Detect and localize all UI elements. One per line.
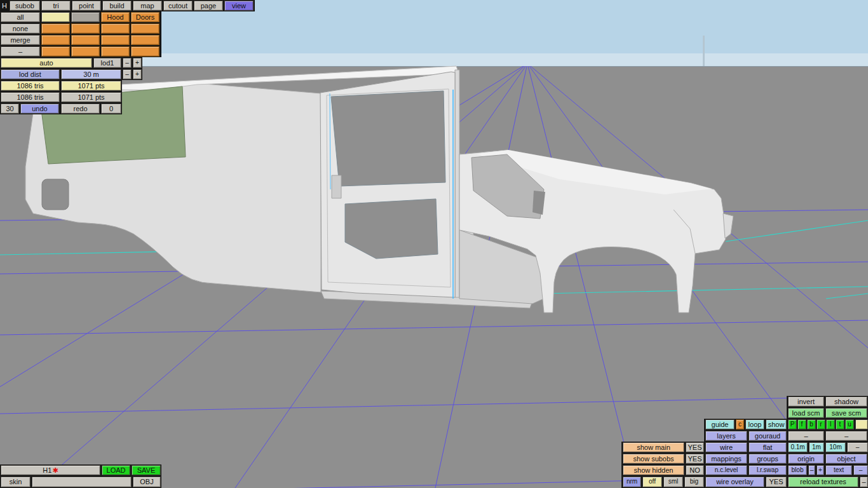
group-cell[interactable] [131,35,159,45]
menu-item-view[interactable]: view [224,1,254,11]
group-cell[interactable] [41,24,70,34]
blob-button[interactable]: blob [788,465,807,475]
nrm-off-button[interactable]: off [642,477,662,487]
grid-1m-button[interactable]: 1m [809,442,824,452]
load-button[interactable]: LOAD [102,465,130,475]
nc-level-button[interactable]: n.c.level [705,465,747,475]
gouraud-button[interactable]: gouraud [749,431,787,441]
skin-name-field[interactable] [32,477,132,487]
grid-off-button[interactable]: – [847,442,868,452]
text-minus-button[interactable]: – [853,465,868,475]
nrm-big-button[interactable]: big [684,477,704,487]
group-cell[interactable] [71,24,100,34]
nrm-button[interactable]: nrm [623,477,641,487]
view-b-button[interactable]: b [807,419,816,430]
group-cell-doors[interactable]: Doors [131,12,159,22]
menu-item-page[interactable]: page [194,1,223,11]
invert-button[interactable]: invert [788,396,824,407]
wire-overlay-toggle[interactable]: YES [766,477,787,487]
lod-minus-button[interactable]: – [123,58,132,68]
group-cell[interactable] [71,35,100,45]
view-extra-button[interactable] [855,419,868,430]
lr-swap-button[interactable]: l.r.swap [749,465,787,475]
menu-item-cutout[interactable]: cutout [163,1,193,11]
view-t-button[interactable]: t [836,419,844,430]
model-name-field[interactable]: H1✱ [1,465,100,475]
lod-plus-button[interactable]: + [133,58,142,68]
mappings-button[interactable]: mappings [705,454,747,464]
select-all-button[interactable]: all [1,12,40,22]
wire-button[interactable]: wire [705,442,747,452]
menu-item-point[interactable]: point [72,1,101,11]
wire-overlay-button[interactable]: wire overlay [705,477,764,487]
undo-button[interactable]: undo [20,104,59,114]
blob-minus-button[interactable]: – [808,465,815,475]
group-cell[interactable] [101,35,130,45]
layers-button[interactable]: layers [705,431,747,441]
object-button[interactable]: object [825,454,867,464]
obj-export-button[interactable]: OBJ [133,477,161,487]
pts-count-current: 1071 pts [61,81,121,91]
show-button[interactable]: show [766,419,787,430]
nrm-sml-button[interactable]: sml [663,477,683,487]
lod-dist-label[interactable]: lod dist [1,69,60,79]
group-cell[interactable] [131,46,159,57]
guide-c-button[interactable]: c [736,419,744,430]
view-p-button[interactable]: P [788,419,797,430]
flat-button[interactable]: flat [749,442,787,452]
collapse-button[interactable]: – [1,46,40,57]
redo-button[interactable]: redo [61,104,100,114]
menu-item-tri[interactable]: tri [41,1,71,11]
view-f-button[interactable]: f [797,419,806,430]
reload-textures-button[interactable]: reload textures [788,477,858,487]
show-hidden-button[interactable]: show hidden [623,465,684,475]
reload-minus-button[interactable]: – [860,477,868,487]
group-cell[interactable] [101,24,130,34]
group-cell-selected[interactable] [41,12,70,22]
lod-auto-button[interactable]: auto [1,58,92,68]
group-cell[interactable] [101,46,130,57]
menu-item-subob[interactable]: subob [10,1,40,11]
model-name: H1 [43,466,51,474]
lod1-button[interactable]: lod1 [93,58,121,68]
origin-button[interactable]: origin [788,454,824,464]
select-none-button[interactable]: none [1,24,40,34]
load-scm-button[interactable]: load scm [788,408,824,418]
menu-item-h[interactable]: H [1,1,8,11]
shadow-button[interactable]: shadow [825,396,867,407]
skin-button[interactable]: skin [1,477,31,487]
blob-plus-button[interactable]: + [817,465,824,475]
tris-count-total: 1086 tris [1,92,60,102]
group-cell[interactable] [41,35,70,45]
grid-10m-button[interactable]: 10m [825,442,846,452]
view-l-button[interactable]: l [826,419,835,430]
group-cell[interactable] [41,46,70,57]
loop-button[interactable]: loop [745,419,764,430]
group-cell[interactable] [71,12,100,22]
door-lower-opening [345,199,438,259]
dist-plus-button[interactable]: + [133,69,142,79]
group-cell-hood[interactable]: Hood [101,12,130,22]
blank-option-button[interactable]: – [825,431,867,441]
view-u-button[interactable]: u [845,419,854,430]
distant-pole [703,36,705,66]
group-cell[interactable] [71,46,100,57]
view-r-button[interactable]: r [817,419,825,430]
groups-button[interactable]: groups [749,454,787,464]
show-main-toggle[interactable]: YES [686,442,704,452]
show-subobs-button[interactable]: show subobs [623,454,684,464]
merge-button[interactable]: merge [1,35,40,45]
blank-option-button[interactable]: – [788,431,824,441]
save-scm-button[interactable]: save scm [825,408,867,418]
dist-minus-button[interactable]: – [123,69,132,79]
show-hidden-toggle[interactable]: NO [686,465,704,475]
menu-item-build[interactable]: build [102,1,132,11]
save-button[interactable]: SAVE [132,465,161,475]
group-cell[interactable] [131,24,159,34]
show-main-button[interactable]: show main [623,442,684,452]
text-button[interactable]: text [825,465,852,475]
guide-button[interactable]: guide [705,419,735,430]
show-subobs-toggle[interactable]: YES [686,454,704,464]
menu-item-map[interactable]: map [133,1,162,11]
grid-01m-button[interactable]: 0.1m [788,442,808,452]
